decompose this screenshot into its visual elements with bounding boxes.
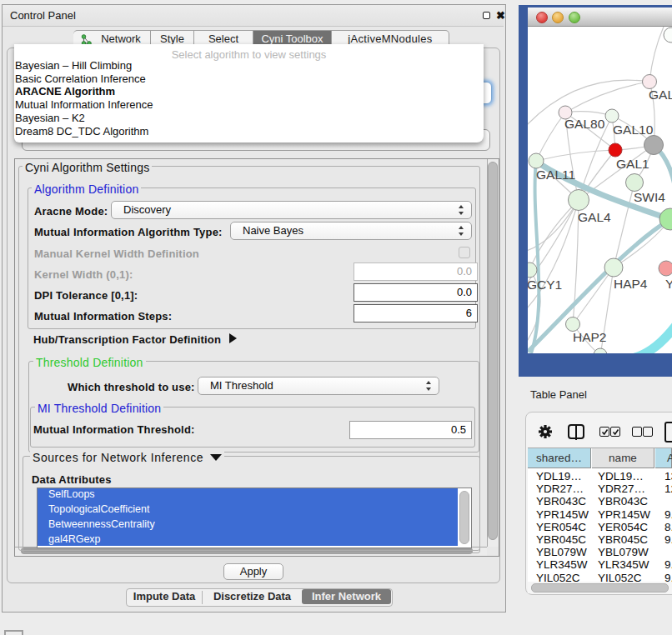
svg-text:GAL2: GAL2	[649, 88, 672, 102]
svg-text:GCY1: GCY1	[528, 278, 562, 292]
svg-text:SWI4: SWI4	[634, 190, 665, 204]
svg-text:YJR048W: YJR048W	[665, 277, 672, 291]
svg-text:GAL80: GAL80	[564, 117, 605, 131]
svg-text:HAP2: HAP2	[573, 330, 607, 344]
svg-text:GAL11: GAL11	[536, 168, 575, 182]
svg-text:GAL1: GAL1	[616, 157, 649, 171]
svg-text:HAP4: HAP4	[614, 277, 648, 291]
svg-text:GAL10: GAL10	[613, 122, 654, 137]
svg-text:GAL4: GAL4	[578, 210, 611, 224]
